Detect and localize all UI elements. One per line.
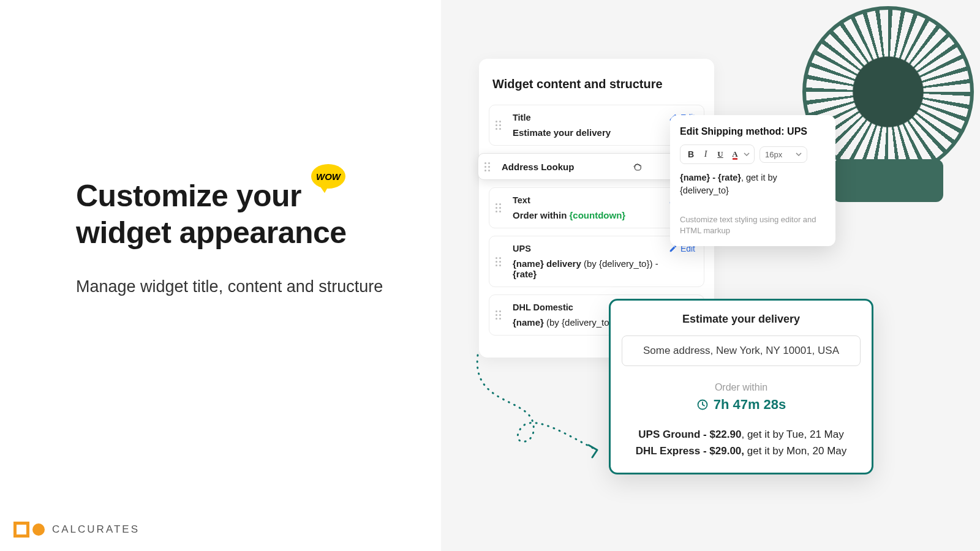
block-content: Estimate your delivery	[513, 127, 663, 138]
rate-line-dhl: DHL Express - $29.00, get it by Mon, 20 …	[622, 443, 861, 459]
countdown-value: 7h 47m 28s	[714, 397, 786, 413]
brand-square-icon	[13, 522, 29, 538]
font-size-select[interactable]: 16px	[760, 146, 807, 163]
rate-line-ups: UPS Ground - $22.90, get it by Tue, 21 M…	[622, 426, 861, 443]
editor-toolbar: B I U A 16px	[680, 144, 826, 164]
drag-handle-icon[interactable]	[496, 257, 507, 266]
brand-name: CALCURATES	[52, 523, 140, 536]
bold-button[interactable]: B	[684, 148, 698, 161]
grab-cursor-icon	[632, 161, 643, 172]
block-content: {name} delivery (by {delivery_to}) - {ra…	[513, 258, 663, 279]
hero-title: Customize your widget appearance	[76, 178, 419, 251]
brand-circle-icon	[32, 523, 45, 536]
underline-button[interactable]: U	[714, 148, 727, 161]
order-within-label: Order within	[622, 382, 861, 393]
chevron-down-icon	[796, 151, 802, 157]
editor-help-text: Customize text styling using editor and …	[680, 214, 826, 236]
drag-handle-icon[interactable]	[496, 121, 507, 130]
address-input[interactable]	[622, 335, 861, 366]
block-label: Title	[513, 113, 663, 122]
block-label: UPS	[513, 244, 663, 253]
drag-handle-icon[interactable]	[496, 310, 507, 320]
chevron-down-icon[interactable]	[743, 148, 750, 161]
hero-subtitle: Manage widget title, content and structu…	[76, 276, 419, 299]
editor-title: Edit Shipping method: UPS	[680, 126, 826, 137]
italic-button[interactable]: I	[699, 148, 712, 161]
block-label: Text	[513, 195, 663, 205]
drag-handle-icon[interactable]	[484, 162, 496, 171]
widget-card-title: Widget content and structure	[492, 77, 704, 91]
preview-widget: Estimate your delivery Order within 7h 4…	[609, 299, 873, 474]
block-content: Order within {countdown}	[513, 210, 663, 220]
drag-handle-icon[interactable]	[496, 203, 507, 212]
text-color-button[interactable]: A	[728, 148, 742, 161]
editor-body[interactable]: {name} - {rate}, get it by {delivery_to}	[680, 171, 826, 197]
preview-title: Estimate your delivery	[622, 313, 861, 326]
editor-popover: Edit Shipping method: UPS B I U A 16px {…	[670, 115, 835, 246]
brand-logo: CALCURATES	[13, 522, 140, 538]
block-label: Address Lookup	[502, 162, 574, 172]
clock-icon	[696, 399, 709, 411]
